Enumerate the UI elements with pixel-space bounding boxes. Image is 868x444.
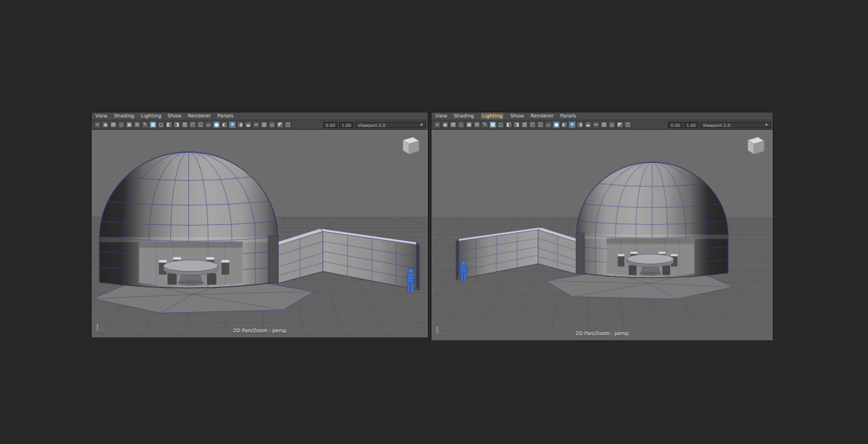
textured-icon[interactable]: ◐ — [561, 121, 568, 128]
grease-pencil-icon[interactable]: ✎ — [481, 121, 488, 128]
motion-blur-icon[interactable]: ≈ — [253, 121, 260, 128]
grease-pencil-icon[interactable]: ✎ — [141, 121, 149, 128]
camera-attributes-icon[interactable]: ▤ — [110, 121, 117, 128]
ambient-occlusion-icon[interactable]: ◒ — [245, 121, 252, 128]
camera-attributes-icon[interactable]: ▤ — [450, 121, 457, 128]
gate-mask-icon[interactable]: ◨ — [173, 121, 180, 128]
3d-scene[interactable] — [92, 130, 428, 337]
depth-of-field-icon[interactable]: ◎ — [608, 121, 615, 128]
viewport-panel-right: ViewShadingLightingShowRendererPanels ⌖◉… — [431, 112, 773, 339]
gamma-field[interactable]: 1.00 — [684, 122, 698, 128]
menu-lighting[interactable]: Lighting — [481, 112, 504, 120]
safe-action-icon[interactable]: ◰ — [189, 121, 196, 128]
menu-panels[interactable]: Panels — [560, 112, 577, 120]
gate-mask-icon[interactable]: ◨ — [513, 121, 520, 128]
view-cube[interactable] — [742, 136, 766, 156]
wireframe-icon[interactable]: ▱ — [545, 121, 552, 128]
grid-icon[interactable]: ▦ — [489, 121, 496, 128]
menu-lighting[interactable]: Lighting — [141, 112, 161, 120]
menu-show[interactable]: Show — [510, 112, 524, 120]
chevron-down-icon: ▼ — [420, 123, 423, 128]
shadows-icon[interactable]: ◑ — [237, 121, 244, 128]
renderer-dropdown[interactable]: Viewport 2.0 ▼ — [355, 122, 426, 128]
panel-menu-bar: ViewShadingLightingShowRendererPanels — [92, 112, 428, 120]
resolution-gate-icon[interactable]: ◧ — [165, 121, 172, 128]
xray-icon[interactable]: ◫ — [284, 121, 291, 128]
menu-renderer[interactable]: Renderer — [188, 112, 211, 120]
field-chart-icon[interactable]: ▥ — [181, 121, 188, 128]
menu-renderer[interactable]: Renderer — [530, 112, 553, 120]
renderer-dropdown-label: Viewport 2.0 — [703, 123, 730, 128]
use-all-lights-icon[interactable]: ☀ — [229, 121, 236, 128]
axis-indicator — [95, 321, 107, 332]
menu-show[interactable]: Show — [167, 112, 181, 120]
use-all-lights-icon[interactable]: ☀ — [569, 121, 576, 128]
menu-view[interactable]: View — [435, 112, 447, 120]
chevron-down-icon: ▼ — [765, 123, 768, 128]
shadows-icon[interactable]: ◑ — [577, 121, 584, 128]
anti-aliasing-icon[interactable]: ▨ — [600, 121, 608, 128]
field-chart-icon[interactable]: ▥ — [521, 121, 528, 128]
depth-of-field-icon[interactable]: ◎ — [268, 121, 276, 128]
viewport-3d-view[interactable]: 2D Pan/Zoom : persp — [431, 130, 773, 340]
panel-menu-bar: ViewShadingLightingShowRendererPanels — [431, 112, 773, 120]
3d-scene[interactable] — [431, 130, 773, 340]
viewport-3d-view[interactable]: 2D Pan/Zoom : persp — [92, 130, 428, 337]
panel-toolbar: ⌖◉▤◇▣⊞✎▦◻◧◨▥◰◱▱●◐☀◑◒≈▨◎◩◫ 0.00 1.00 View… — [92, 120, 428, 130]
gamma-field[interactable]: 1.00 — [339, 122, 354, 128]
grid-icon[interactable]: ▦ — [149, 121, 157, 128]
shaded-icon[interactable]: ● — [553, 121, 560, 128]
xray-icon[interactable]: ◫ — [624, 121, 631, 128]
menu-shading[interactable]: Shading — [454, 112, 474, 120]
panel-toolbar: ⌖◉▤◇▣⊞✎▦◻◧◨▥◰◱▱●◐☀◑◒≈▨◎◩◫ 0.00 1.00 View… — [431, 120, 773, 130]
select-camera-icon[interactable]: ⌖ — [94, 121, 101, 128]
isolate-select-icon[interactable]: ◩ — [616, 121, 623, 128]
scene-instance[interactable] — [431, 130, 773, 340]
view-cube[interactable] — [398, 136, 421, 156]
wireframe-icon[interactable]: ▱ — [205, 121, 212, 128]
toolbar-icons: ⌖◉▤◇▣⊞✎▦◻◧◨▥◰◱▱●◐☀◑◒≈▨◎◩◫ — [94, 121, 291, 128]
exposure-field[interactable]: 0.00 — [668, 122, 683, 128]
pan-zoom-icon[interactable]: ⊞ — [133, 121, 141, 128]
anti-aliasing-icon[interactable]: ▨ — [260, 121, 268, 128]
toolbar-right-group: 0.00 1.00 Viewport 2.0 ▼ — [668, 122, 771, 128]
safe-title-icon[interactable]: ◱ — [537, 121, 544, 128]
film-gate-icon[interactable]: ◻ — [497, 121, 504, 128]
toolbar-icons: ⌖◉▤◇▣⊞✎▦◻◧◨▥◰◱▱●◐☀◑◒≈▨◎◩◫ — [434, 121, 631, 128]
resolution-gate-icon[interactable]: ◧ — [505, 121, 512, 128]
motion-blur-icon[interactable]: ≈ — [592, 121, 600, 128]
lock-camera-icon[interactable]: ◉ — [442, 121, 449, 128]
exposure-field[interactable]: 0.00 — [323, 122, 338, 128]
select-camera-icon[interactable]: ⌖ — [434, 121, 441, 128]
lock-camera-icon[interactable]: ◉ — [102, 121, 109, 128]
shaded-icon[interactable]: ● — [213, 121, 220, 128]
image-plane-icon[interactable]: ▣ — [465, 121, 473, 128]
safe-action-icon[interactable]: ◰ — [529, 121, 536, 128]
bookmarks-icon[interactable]: ◇ — [457, 121, 465, 128]
renderer-dropdown-label: Viewport 2.0 — [358, 123, 385, 128]
safe-title-icon[interactable]: ◱ — [197, 121, 204, 128]
viewport-panel-left: ViewShadingLightingShowRendererPanels ⌖◉… — [91, 112, 429, 337]
menu-shading[interactable]: Shading — [114, 112, 134, 120]
renderer-dropdown[interactable]: Viewport 2.0 ▼ — [700, 122, 771, 128]
isolate-select-icon[interactable]: ◩ — [276, 121, 284, 128]
ambient-occlusion-icon[interactable]: ◒ — [584, 121, 592, 128]
toolbar-right-group: 0.00 1.00 Viewport 2.0 ▼ — [323, 122, 426, 128]
film-gate-icon[interactable]: ◻ — [157, 121, 165, 128]
axis-indicator — [435, 324, 447, 335]
menu-panels[interactable]: Panels — [217, 112, 234, 120]
textured-icon[interactable]: ◐ — [221, 121, 228, 128]
bookmarks-icon[interactable]: ◇ — [118, 121, 125, 128]
scene-instance[interactable] — [92, 130, 428, 337]
image-plane-icon[interactable]: ▣ — [126, 121, 133, 128]
menu-view[interactable]: View — [95, 112, 108, 120]
pan-zoom-icon[interactable]: ⊞ — [473, 121, 481, 128]
desktop: { "app": { "name": "Maya dual perspectiv… — [0, 0, 868, 444]
